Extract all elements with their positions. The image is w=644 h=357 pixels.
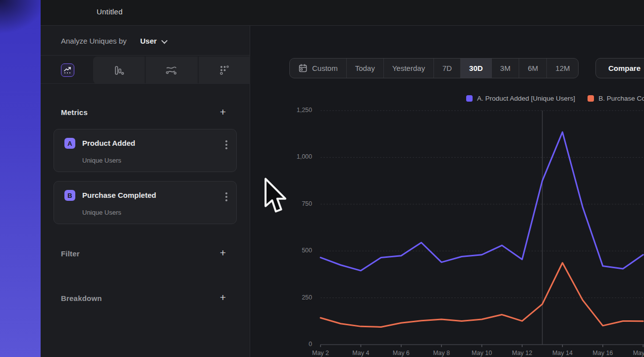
divider: [41, 83, 250, 84]
x-axis-tick-label: May 10: [465, 350, 499, 357]
range-segment-label: Custom: [312, 64, 338, 72]
chart-legend: A. Product Added [Unique Users]B. Purcha…: [466, 94, 644, 102]
metric-name: Product Added: [82, 139, 135, 147]
breakdown-section-label: Breakdown: [61, 294, 102, 302]
range-segment-today[interactable]: Today: [347, 59, 384, 78]
tab-bar-chart[interactable]: [93, 57, 146, 84]
range-segment-label: Yesterday: [392, 64, 425, 72]
date-range-selector: CustomTodayYesterday7D30D3M6M12M: [289, 58, 579, 78]
x-axis-tick-label: May 12: [505, 350, 539, 357]
chart-panel: CustomTodayYesterday7D30D3M6M12M Compare…: [250, 26, 644, 357]
metric-aggregation[interactable]: Unique Users: [82, 157, 121, 164]
legend-item[interactable]: B. Purchase Completed [Unique Users]: [588, 94, 644, 102]
document-title[interactable]: Untitled: [97, 7, 122, 16]
x-axis-tick-label: May 18: [626, 350, 644, 357]
metric-name: Purchase Completed: [82, 191, 156, 199]
x-axis-tick-label: May 6: [384, 350, 419, 357]
x-axis-tick-label: May 8: [424, 350, 459, 357]
retention-dots-icon: [218, 64, 230, 76]
metric-badge: A: [64, 138, 75, 149]
legend-swatch: [588, 95, 594, 102]
legend-swatch: [466, 95, 473, 102]
range-segment-yesterday[interactable]: Yesterday: [384, 59, 434, 78]
background-gradient-strip: [0, 0, 41, 357]
metric-badge: B: [64, 190, 75, 201]
add-metric-button[interactable]: +: [218, 108, 228, 118]
x-axis-tick-label: May 2: [303, 350, 338, 357]
chart-type-tab-strip: [93, 57, 250, 84]
range-segment-label: 7D: [442, 64, 452, 72]
x-axis-tick-label: May 16: [586, 350, 620, 357]
y-axis-tick-label: 1,000: [282, 153, 312, 160]
range-segment-label: 3M: [500, 64, 511, 72]
top-bar: Untitled: [41, 0, 644, 26]
metrics-section-label: Metrics: [61, 108, 88, 117]
analyze-by-label: Analyze Uniques by: [61, 37, 127, 45]
x-axis-tick-label: May 14: [545, 350, 580, 357]
legend-label: B. Purchase Completed [Unique Users]: [598, 95, 644, 102]
y-axis-tick-label: 1,250: [282, 107, 312, 114]
metric-card-product-added[interactable]: A Product Added Unique Users: [54, 129, 237, 172]
analyze-by-value: User: [140, 37, 157, 45]
analyze-by-dropdown[interactable]: User: [140, 37, 166, 45]
range-segment-label: 6M: [528, 64, 538, 72]
legend-label: A. Product Added [Unique Users]: [477, 95, 575, 102]
y-axis-tick-label: 500: [282, 247, 312, 254]
range-segment-label: 12M: [555, 64, 570, 72]
range-segment-12m[interactable]: 12M: [547, 59, 578, 78]
kebab-menu-icon[interactable]: [225, 192, 227, 203]
range-segment-custom[interactable]: Custom: [290, 59, 347, 78]
query-builder-panel: Analyze Uniques by User: [41, 26, 250, 357]
x-axis-tick-label: May 4: [343, 350, 378, 357]
range-segment-label: Today: [355, 64, 375, 72]
range-segment-3m[interactable]: 3M: [492, 59, 520, 78]
compare-button[interactable]: Compare: [595, 58, 644, 78]
metric-card-purchase-completed[interactable]: B Purchase Completed Unique Users: [54, 181, 237, 224]
kebab-menu-icon[interactable]: [225, 140, 227, 151]
range-segment-6m[interactable]: 6M: [519, 59, 547, 78]
add-filter-button[interactable]: +: [218, 248, 228, 258]
range-segment-30d[interactable]: 30D: [461, 59, 492, 78]
range-segment-7d[interactable]: 7D: [434, 59, 461, 78]
add-breakdown-button[interactable]: +: [218, 293, 228, 303]
chevron-down-icon: [161, 38, 168, 44]
flows-icon: [165, 64, 178, 76]
line-chart-icon: [63, 66, 72, 74]
y-axis-tick-label: 0: [282, 341, 312, 348]
tab-line-chart[interactable]: [61, 63, 74, 77]
chart-type-tabs: [41, 56, 250, 84]
tab-flows[interactable]: [146, 57, 198, 84]
legend-item[interactable]: A. Product Added [Unique Users]: [466, 94, 575, 102]
y-axis-tick-label: 750: [282, 200, 312, 207]
tab-retention[interactable]: [199, 57, 250, 84]
filter-section-label: Filter: [61, 249, 80, 258]
y-axis-tick-label: 250: [282, 294, 312, 301]
analyze-by-row: Analyze Uniques by User: [41, 26, 250, 56]
metric-aggregation[interactable]: Unique Users: [82, 209, 121, 216]
range-segment-label: 30D: [469, 64, 483, 72]
bar-chart-icon: [113, 64, 125, 76]
calendar-icon: [298, 63, 308, 73]
